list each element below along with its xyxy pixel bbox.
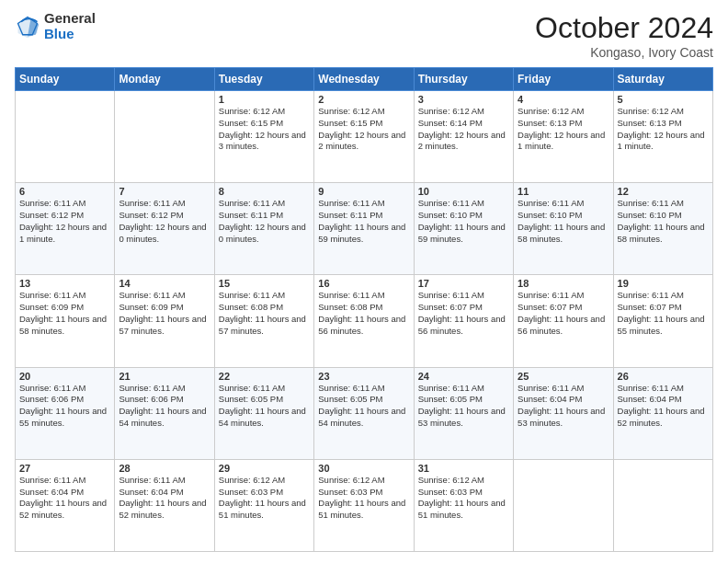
day-number: 29 [219,463,310,474]
cell-details: Sunrise: 6:11 AM Sunset: 6:12 PM Dayligh… [119,198,210,245]
calendar-cell: 29Sunrise: 6:12 AM Sunset: 6:03 PM Dayli… [214,459,313,551]
day-header-row: SundayMondayTuesdayWednesdayThursdayFrid… [16,68,713,91]
day-number: 24 [418,371,509,382]
day-number: 11 [518,186,609,197]
calendar-cell: 22Sunrise: 6:11 AM Sunset: 6:05 PM Dayli… [214,367,313,459]
day-number: 7 [119,186,210,197]
day-number: 26 [618,371,709,382]
day-number: 28 [119,463,210,474]
cell-details: Sunrise: 6:12 AM Sunset: 6:13 PM Dayligh… [518,106,609,153]
logo-general-text: General [44,11,96,27]
cell-details: Sunrise: 6:11 AM Sunset: 6:05 PM Dayligh… [318,383,409,430]
day-number: 3 [418,94,509,105]
month-title: October 2024 [535,11,713,45]
calendar-cell [613,459,712,551]
cell-details: Sunrise: 6:12 AM Sunset: 6:13 PM Dayligh… [618,106,709,153]
day-number: 10 [418,186,509,197]
logo-text: General Blue [44,11,96,41]
calendar-cell: 8Sunrise: 6:11 AM Sunset: 6:11 PM Daylig… [214,183,313,275]
calendar-cell: 18Sunrise: 6:11 AM Sunset: 6:07 PM Dayli… [514,275,613,367]
calendar-cell: 21Sunrise: 6:11 AM Sunset: 6:06 PM Dayli… [115,367,214,459]
day-header-tuesday: Tuesday [214,68,313,91]
cell-details: Sunrise: 6:11 AM Sunset: 6:06 PM Dayligh… [19,383,110,430]
cell-details: Sunrise: 6:11 AM Sunset: 6:10 PM Dayligh… [618,198,709,245]
day-header-saturday: Saturday [613,68,712,91]
calendar-cell: 10Sunrise: 6:11 AM Sunset: 6:10 PM Dayli… [414,183,513,275]
calendar-cell: 3Sunrise: 6:12 AM Sunset: 6:14 PM Daylig… [414,91,513,183]
cell-details: Sunrise: 6:12 AM Sunset: 6:03 PM Dayligh… [418,475,509,522]
week-row-3: 13Sunrise: 6:11 AM Sunset: 6:09 PM Dayli… [16,275,713,367]
calendar-cell [115,91,214,183]
cell-details: Sunrise: 6:11 AM Sunset: 6:09 PM Dayligh… [19,290,110,337]
cell-details: Sunrise: 6:11 AM Sunset: 6:08 PM Dayligh… [219,290,310,337]
cell-details: Sunrise: 6:11 AM Sunset: 6:11 PM Dayligh… [219,198,310,245]
day-header-sunday: Sunday [16,68,115,91]
week-row-5: 27Sunrise: 6:11 AM Sunset: 6:04 PM Dayli… [16,459,713,551]
day-number: 12 [618,186,709,197]
day-header-friday: Friday [514,68,613,91]
day-header-thursday: Thursday [414,68,513,91]
cell-details: Sunrise: 6:12 AM Sunset: 6:15 PM Dayligh… [219,106,310,153]
location: Kongaso, Ivory Coast [535,45,713,60]
cell-details: Sunrise: 6:11 AM Sunset: 6:04 PM Dayligh… [618,383,709,430]
day-header-wednesday: Wednesday [314,68,414,91]
calendar-cell: 27Sunrise: 6:11 AM Sunset: 6:04 PM Dayli… [16,459,115,551]
calendar-cell: 5Sunrise: 6:12 AM Sunset: 6:13 PM Daylig… [613,91,712,183]
day-number: 13 [19,278,110,289]
day-number: 6 [19,186,110,197]
cell-details: Sunrise: 6:11 AM Sunset: 6:10 PM Dayligh… [418,198,509,245]
day-number: 31 [418,463,509,474]
cell-details: Sunrise: 6:11 AM Sunset: 6:07 PM Dayligh… [418,290,509,337]
calendar-cell: 28Sunrise: 6:11 AM Sunset: 6:04 PM Dayli… [115,459,214,551]
day-number: 21 [119,371,210,382]
calendar-table: SundayMondayTuesdayWednesdayThursdayFrid… [15,67,713,552]
week-row-4: 20Sunrise: 6:11 AM Sunset: 6:06 PM Dayli… [16,367,713,459]
day-number: 4 [518,94,609,105]
calendar-cell: 1Sunrise: 6:12 AM Sunset: 6:15 PM Daylig… [214,91,313,183]
day-number: 1 [219,94,310,105]
calendar-cell: 15Sunrise: 6:11 AM Sunset: 6:08 PM Dayli… [214,275,313,367]
day-number: 14 [119,278,210,289]
cell-details: Sunrise: 6:11 AM Sunset: 6:08 PM Dayligh… [318,290,409,337]
calendar-cell: 14Sunrise: 6:11 AM Sunset: 6:09 PM Dayli… [115,275,214,367]
cell-details: Sunrise: 6:11 AM Sunset: 6:04 PM Dayligh… [19,475,110,522]
calendar-cell: 11Sunrise: 6:11 AM Sunset: 6:10 PM Dayli… [514,183,613,275]
day-number: 16 [318,278,409,289]
page-container: General Blue October 2024 Kongaso, Ivory… [0,0,728,563]
calendar-cell [16,91,115,183]
cell-details: Sunrise: 6:11 AM Sunset: 6:11 PM Dayligh… [318,198,409,245]
cell-details: Sunrise: 6:11 AM Sunset: 6:07 PM Dayligh… [618,290,709,337]
cell-details: Sunrise: 6:12 AM Sunset: 6:03 PM Dayligh… [318,475,409,522]
cell-details: Sunrise: 6:11 AM Sunset: 6:10 PM Dayligh… [518,198,609,245]
day-number: 8 [219,186,310,197]
day-number: 15 [219,278,310,289]
day-number: 2 [318,94,409,105]
day-number: 30 [318,463,409,474]
day-number: 27 [19,463,110,474]
cell-details: Sunrise: 6:12 AM Sunset: 6:14 PM Dayligh… [418,106,509,153]
calendar-cell: 16Sunrise: 6:11 AM Sunset: 6:08 PM Dayli… [314,275,414,367]
day-number: 9 [318,186,409,197]
calendar-cell: 25Sunrise: 6:11 AM Sunset: 6:04 PM Dayli… [514,367,613,459]
header: General Blue October 2024 Kongaso, Ivory… [15,11,713,60]
calendar-cell: 2Sunrise: 6:12 AM Sunset: 6:15 PM Daylig… [314,91,414,183]
calendar-cell: 4Sunrise: 6:12 AM Sunset: 6:13 PM Daylig… [514,91,613,183]
calendar-cell: 12Sunrise: 6:11 AM Sunset: 6:10 PM Dayli… [613,183,712,275]
cell-details: Sunrise: 6:11 AM Sunset: 6:05 PM Dayligh… [219,383,310,430]
day-header-monday: Monday [115,68,214,91]
day-number: 20 [19,371,110,382]
calendar-cell: 23Sunrise: 6:11 AM Sunset: 6:05 PM Dayli… [314,367,414,459]
cell-details: Sunrise: 6:11 AM Sunset: 6:07 PM Dayligh… [518,290,609,337]
calendar-cell: 9Sunrise: 6:11 AM Sunset: 6:11 PM Daylig… [314,183,414,275]
calendar-cell: 7Sunrise: 6:11 AM Sunset: 6:12 PM Daylig… [115,183,214,275]
day-number: 23 [318,371,409,382]
calendar-cell [514,459,613,551]
day-number: 25 [518,371,609,382]
cell-details: Sunrise: 6:12 AM Sunset: 6:03 PM Dayligh… [219,475,310,522]
day-number: 19 [618,278,709,289]
cell-details: Sunrise: 6:11 AM Sunset: 6:05 PM Dayligh… [418,383,509,430]
cell-details: Sunrise: 6:11 AM Sunset: 6:06 PM Dayligh… [119,383,210,430]
calendar-cell: 17Sunrise: 6:11 AM Sunset: 6:07 PM Dayli… [414,275,513,367]
calendar-cell: 6Sunrise: 6:11 AM Sunset: 6:12 PM Daylig… [16,183,115,275]
day-number: 22 [219,371,310,382]
